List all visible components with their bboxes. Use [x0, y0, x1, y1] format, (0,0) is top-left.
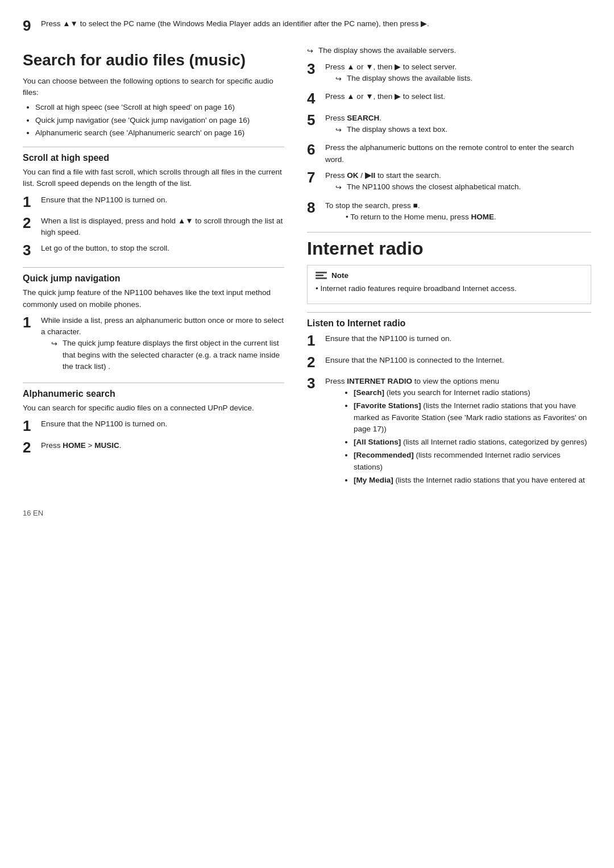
arrow-text: The display shows a text box.	[347, 124, 447, 135]
step-number: 6	[307, 141, 325, 159]
step-number: 5	[307, 111, 325, 129]
quickjump-intro: The quick jump feature of the NP1100 beh…	[23, 287, 284, 310]
step9-number: 9	[23, 17, 41, 35]
step-text: When a list is displayed, press and hold…	[41, 214, 284, 239]
right-step-4: 4 Press ▲ or ▼, then ▶ to select list.	[307, 90, 591, 107]
alphanumeric-intro: You can search for specific audio files …	[23, 402, 284, 414]
arrow-result: ↪ The NP1100 shows the closest alphabeti…	[335, 181, 591, 193]
step-text: Press ▲ or ▼, then ▶ to select server.	[325, 60, 591, 73]
step-text: Press INTERNET RADIO to view the options…	[325, 375, 591, 387]
arrow-icon: ↪	[51, 338, 60, 350]
list-item: Scroll at high speec (see 'Scroll at hig…	[35, 102, 284, 113]
step-text: Press OK / ▶II to start the search.	[325, 169, 591, 181]
step-number: 1	[23, 417, 41, 435]
step-number: 2	[23, 214, 41, 232]
scroll-step-3: 3 Let go of the button, to stop the scro…	[23, 242, 284, 259]
scroll-step-2: 2 When a list is displayed, press and ho…	[23, 214, 284, 239]
list-item: Quick jump navigatior (see 'Quick jump n…	[35, 115, 284, 126]
left-column: Search for audio files (music) You can c…	[23, 45, 284, 492]
note-icon	[316, 272, 327, 279]
arrow-icon: ↪	[335, 124, 345, 136]
list-item: [Favorite Stations] (lists the Internet …	[354, 400, 591, 435]
right-step-3: 3 Press ▲ or ▼, then ▶ to select server.…	[307, 60, 591, 87]
step-text: Press HOME > MUSIC.	[41, 439, 284, 451]
search-title: Search for audio files (music)	[23, 51, 284, 70]
search-intro: You can choose between the following opt…	[23, 76, 284, 99]
divider	[307, 312, 591, 313]
arrow-result: ↪ The quick jump feature displays the fi…	[51, 338, 284, 372]
step-text: Ensure that the NP1100 is turned on.	[325, 332, 591, 344]
step-number: 2	[23, 439, 41, 456]
listen-step-3: 3 Press INTERNET RADIO to view the optio…	[307, 375, 591, 488]
arrow-text: The NP1100 shows the closest alphabetica…	[347, 181, 521, 193]
step-number: 4	[307, 90, 325, 107]
step-text: While inside a list, press an alphanumer…	[41, 314, 284, 338]
step-number: 3	[23, 242, 41, 259]
options-list: [Search] (lets you search for Internet r…	[354, 387, 591, 486]
scroll-title: Scroll at high speed	[23, 153, 284, 163]
scroll-intro: You can find a file with fast scroll, wh…	[23, 167, 284, 190]
step9-block: 9 Press ▲▼ to select the PC name (the Wi…	[23, 17, 591, 35]
list-item: Alphanumeric search (see 'Alphanumeric s…	[35, 127, 284, 139]
divider	[23, 147, 284, 147]
search-bullet-list: Scroll at high speec (see 'Scroll at hig…	[35, 102, 284, 139]
right-step-5: 5 Press SEARCH. ↪ The display shows a te…	[307, 111, 591, 138]
arrow-result: ↪ The display shows a text box.	[335, 124, 591, 136]
arrow-text: The display shows the available lists.	[347, 73, 472, 84]
listen-step-1: 1 Ensure that the NP1100 is turned on.	[307, 332, 591, 350]
right-step-8: 8 To stop the search, press ■. • To retu…	[307, 199, 591, 225]
arrow-icon: ↪	[307, 45, 316, 57]
divider	[23, 383, 284, 383]
scroll-step-1: 1 Ensure that the NP1100 is turned on.	[23, 193, 284, 211]
divider	[23, 267, 284, 268]
alpha-step-2: 2 Press HOME > MUSIC.	[23, 439, 284, 456]
step-number: 3	[307, 60, 325, 78]
quickjump-step-1: 1 While inside a list, press an alphanum…	[23, 314, 284, 375]
quickjump-title: Quick jump navigation	[23, 273, 284, 284]
internet-radio-title: Internet radio	[307, 238, 591, 259]
page-footer: 16 EN	[23, 509, 591, 517]
step-text: Ensure that the NP1100 is turned on.	[41, 193, 284, 206]
list-item: [All Stations] (lists all Internet radio…	[354, 437, 591, 448]
step-number: 2	[307, 354, 325, 371]
step-number: 7	[307, 169, 325, 186]
list-item: [Search] (lets you search for Internet r…	[354, 387, 591, 398]
arrow-text: The quick jump feature displays the firs…	[63, 338, 284, 372]
step-text: Press SEARCH.	[325, 111, 591, 124]
step-number: 8	[307, 199, 325, 217]
divider	[307, 232, 591, 232]
arrow-icon: ↪	[335, 181, 345, 193]
step-text: To stop the search, press ■.	[325, 199, 591, 211]
arrow-text: The display shows the available servers.	[318, 45, 456, 56]
note-box: Note • Internet radio features require b…	[307, 265, 591, 304]
listen-step-2: 2 Ensure that the NP1100 is connected to…	[307, 354, 591, 371]
step-number: 3	[307, 375, 325, 392]
note-label: Note	[331, 271, 349, 280]
note-text: • Internet radio features require broadb…	[316, 283, 583, 294]
step-text: Press the alphanumeric buttons on the re…	[325, 141, 591, 165]
alpha-step-1: 1 Ensure that the NP1100 is turned on.	[23, 417, 284, 435]
alphanumeric-title: Alphanumeric search	[23, 389, 284, 399]
list-item: [Recommended] (lists recommended Interne…	[354, 450, 591, 473]
step-text: Let go of the button, to stop the scroll…	[41, 242, 284, 254]
right-column: ↪ The display shows the available server…	[307, 45, 591, 492]
step-number: 1	[23, 314, 41, 331]
note-header: Note	[316, 271, 583, 280]
top-arrow-line: ↪ The display shows the available server…	[307, 45, 591, 57]
step-text: Ensure that the NP1100 is connected to t…	[325, 354, 591, 366]
list-item: [My Media] (lists the Internet radio sta…	[354, 475, 591, 486]
listen-title: Listen to Internet radio	[307, 318, 591, 329]
step9-text: Press ▲▼ to select the PC name (the Wind…	[41, 17, 591, 30]
step-number: 1	[307, 332, 325, 350]
right-step-6: 6 Press the alphanumeric buttons on the …	[307, 141, 591, 165]
arrow-result: ↪ The display shows the available lists.	[335, 73, 591, 85]
step-text: Press ▲ or ▼, then ▶ to select list.	[325, 90, 591, 102]
right-step-7: 7 Press OK / ▶II to start the search. ↪ …	[307, 169, 591, 196]
sub-bullet: • To return to the Home menu, press HOME…	[346, 211, 591, 223]
step-number: 1	[23, 193, 41, 211]
arrow-icon: ↪	[335, 73, 345, 85]
step-text: Ensure that the NP1100 is turned on.	[41, 417, 284, 430]
